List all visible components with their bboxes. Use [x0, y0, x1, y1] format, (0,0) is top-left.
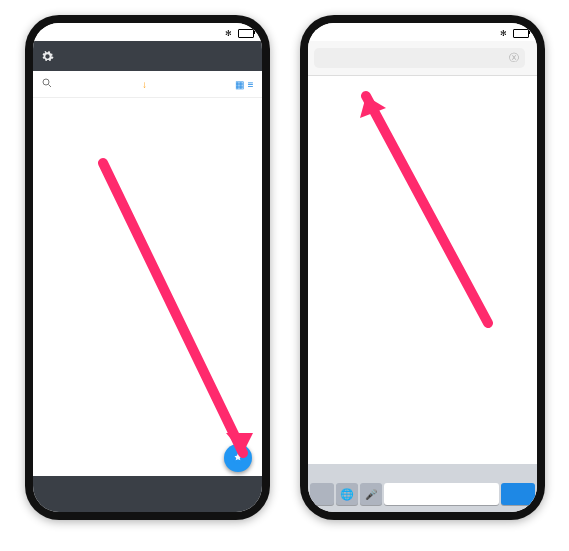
documents-grid — [33, 98, 262, 476]
status-bar: ✻ — [33, 23, 262, 41]
url-input[interactable]: ⓧ — [314, 48, 525, 68]
nav-header — [33, 41, 262, 71]
key-mic[interactable]: 🎤 — [360, 483, 382, 505]
screen-browser: ✻ ⓧ 🌐 — [308, 23, 537, 512]
battery-icon — [513, 29, 529, 38]
suggestions-list — [308, 76, 537, 464]
sort-toolbar: ↓ ▦ ≡ — [33, 71, 262, 98]
keyboard: 🌐 🎤 — [308, 464, 537, 512]
bluetooth-icon: ✻ — [500, 29, 507, 38]
sort-button[interactable]: ↓ — [55, 79, 235, 90]
key-globe[interactable]: 🌐 — [336, 483, 358, 505]
search-icon[interactable] — [41, 77, 55, 91]
list-view-icon[interactable]: ≡ — [248, 79, 254, 90]
compose-fab[interactable] — [224, 444, 252, 472]
phone-left: ✻ ↓ ▦ ≡ — [25, 15, 270, 520]
svg-line-1 — [48, 85, 51, 88]
clear-icon[interactable]: ⓧ — [509, 51, 519, 65]
battery-icon — [238, 29, 254, 38]
settings-icon[interactable] — [41, 50, 54, 63]
phone-right: ✻ ⓧ 🌐 — [300, 15, 545, 520]
url-bar-row: ⓧ — [308, 41, 537, 76]
key-numbers[interactable] — [310, 483, 334, 505]
svg-point-0 — [43, 79, 49, 85]
key-go[interactable] — [501, 483, 535, 505]
status-bar: ✻ — [308, 23, 537, 41]
grid-view-icon[interactable]: ▦ — [235, 79, 244, 90]
tab-bar — [33, 476, 262, 512]
screen-documents: ✻ ↓ ▦ ≡ — [33, 23, 262, 512]
bluetooth-icon: ✻ — [225, 29, 232, 38]
key-space[interactable] — [384, 483, 499, 505]
